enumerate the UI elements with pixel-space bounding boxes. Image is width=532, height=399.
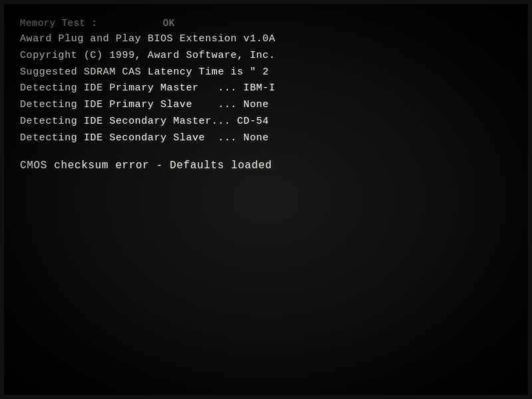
bios-line-ide-secondary-master: Detecting IDE Secondary Master... CD-54 [20, 114, 512, 130]
bios-line-copyright: Copyright (C) 1999, Award Software, Inc. [20, 48, 512, 65]
bios-line-sdram-cas: Suggested SDRAM CAS Latency Time is " 2 [20, 65, 512, 81]
bios-line-ide-primary-slave: Detecting IDE Primary Slave ... None [20, 97, 512, 114]
bios-line-ide-primary-master: Detecting IDE Primary Master ... IBM-I [20, 80, 512, 97]
bios-line-memory-test: Memory Test : OK [20, 16, 512, 31]
bios-screen: Memory Test : OKAward Plug and Play BIOS… [0, 0, 532, 399]
bios-line-bios-extension: Award Plug and Play BIOS Extension v1.0A [20, 31, 512, 48]
bios-line-cmos-error: CMOS checksum error - Defaults loaded [20, 157, 512, 174]
bios-line-ide-secondary-slave: Detecting IDE Secondary Slave ... None [20, 130, 512, 147]
